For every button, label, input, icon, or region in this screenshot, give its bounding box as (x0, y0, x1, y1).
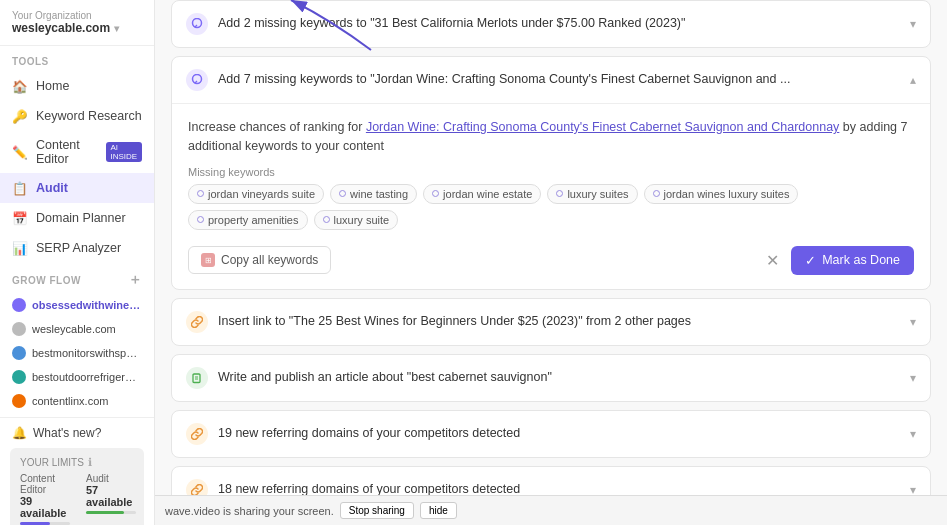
task-title-3: Write and publish an article about "best… (218, 369, 900, 387)
screen-share-text: wave.video is sharing your screen. (165, 505, 334, 517)
kw-dot (323, 216, 330, 223)
grow-flow-item-bestmonitors[interactable]: bestmonitorswithspeakers.com (12, 341, 142, 365)
limits-title-text: YOUR LIMITS (20, 457, 84, 468)
chevron-down-icon: ▾ (910, 17, 916, 31)
site-label: obsessedwithwine.com (32, 299, 142, 311)
grow-flow-item-obsessedwithwine[interactable]: obsessedwithwine.com (12, 293, 142, 317)
task-header-5[interactable]: 18 new referring domains of your competi… (172, 467, 930, 496)
tools-label: TOOLS (0, 46, 154, 71)
site-label: bestmonitorswithspeakers.com (32, 347, 142, 359)
copy-btn-label: Copy all keywords (221, 253, 318, 267)
chat-icon-2 (191, 74, 203, 86)
bell-icon: 🔔 (12, 426, 27, 440)
grow-flow-label: GROW FLOW (12, 275, 81, 286)
task-description: Increase chances of ranking for Jordan W… (188, 118, 914, 156)
limits-cols: Content Editor 39 available Audit 57 ava… (20, 473, 134, 525)
link-icon (191, 316, 203, 328)
limit-val-audit: 57 available (86, 484, 136, 508)
site-label: wesleycable.com (32, 323, 116, 335)
svg-point-3 (193, 75, 202, 84)
sidebar-item-domain-planner[interactable]: 📅 Domain Planner (0, 203, 154, 233)
sidebar-item-home[interactable]: 🏠 Home (0, 71, 154, 101)
task-title-5: 18 new referring domains of your competi… (218, 481, 900, 495)
grow-flow-item-bestoutdoor[interactable]: bestoutdoorrefrigerator.com (12, 365, 142, 389)
kw-text: jordan wine estate (443, 188, 532, 200)
limits-box: YOUR LIMITS ℹ Content Editor 39 availabl… (10, 448, 144, 525)
svg-rect-5 (193, 374, 200, 383)
task-icon-4 (186, 423, 208, 445)
task-header-0[interactable]: Add 2 missing keywords to "31 Best Calif… (172, 1, 930, 47)
site-dot (12, 322, 26, 336)
ai-badge: AI INSIDE (106, 142, 142, 162)
keyword-tag: jordan wines luxury suites (644, 184, 799, 204)
sidebar-item-serp-analyzer[interactable]: 📊 SERP Analyzer (0, 233, 154, 263)
sidebar-item-audit[interactable]: 📋 Audit (0, 173, 154, 203)
org-label: Your Organization (12, 10, 142, 21)
mark-done-button[interactable]: ✓ Mark as Done (791, 246, 914, 275)
info-icon: ℹ (88, 456, 92, 469)
sidebar-item-content-editor[interactable]: ✏️ Content Editor AI INSIDE (0, 131, 154, 173)
sidebar-item-label: Keyword Research (36, 109, 142, 123)
task-header-3[interactable]: Write and publish an article about "best… (172, 355, 930, 401)
task-header-2[interactable]: Insert link to "The 25 Best Wines for Be… (172, 299, 930, 345)
hide-button[interactable]: hide (420, 502, 457, 519)
task-expanded-1: Increase chances of ranking for Jordan W… (172, 103, 930, 289)
task-actions: ⊞ Copy all keywords ✕ ✓ Mark as Done (188, 242, 914, 275)
stop-sharing-button[interactable]: Stop sharing (340, 502, 414, 519)
task-header-1[interactable]: Add 7 missing keywords to "Jordan Wine: … (172, 57, 930, 103)
task-item-2: Insert link to "The 25 Best Wines for Be… (171, 298, 931, 346)
kw-tags: jordan vineyards suitewine tastingjordan… (188, 184, 914, 230)
grow-flow-item-contentlinx[interactable]: contentlinx.com (12, 389, 142, 413)
task-icon-3 (186, 367, 208, 389)
check-icon: ✓ (805, 253, 816, 268)
sidebar-item-label: Content Editor (36, 138, 96, 166)
grow-flow-item-wesleycable[interactable]: wesleycable.com (12, 317, 142, 341)
site-dot (12, 298, 26, 312)
limit-col-content: Content Editor 39 available (20, 473, 70, 525)
domain-icon: 📅 (12, 210, 28, 226)
kw-text: jordan wines luxury suites (664, 188, 790, 200)
copy-keywords-button[interactable]: ⊞ Copy all keywords (188, 246, 331, 274)
task-title-2: Insert link to "The 25 Best Wines for Be… (218, 313, 900, 331)
task-desc-link[interactable]: Jordan Wine: Crafting Sonoma County's Fi… (366, 120, 840, 134)
chevron-down-icon-4: ▾ (910, 427, 916, 441)
svg-point-1 (193, 19, 202, 28)
sidebar-item-label: Home (36, 79, 69, 93)
serp-icon: 📊 (12, 240, 28, 256)
task-icon-2 (186, 311, 208, 333)
grow-flow-section: GROW FLOW ＋ obsessedwithwine.com wesleyc… (0, 263, 154, 417)
keyword-tag: jordan wine estate (423, 184, 541, 204)
org-name-text: wesleycable.com (12, 21, 110, 35)
site-label: contentlinx.com (32, 395, 108, 407)
task-desc-prefix: Increase chances of ranking for (188, 120, 366, 134)
svg-line-2 (195, 25, 197, 27)
kw-dot (556, 190, 563, 197)
task-item-4: 19 new referring domains of your competi… (171, 410, 931, 458)
task-header-4[interactable]: 19 new referring domains of your competi… (172, 411, 930, 457)
close-button[interactable]: ✕ (762, 247, 783, 274)
chevron-down-icon-5: ▾ (910, 483, 916, 496)
task-icon-5 (186, 479, 208, 496)
kw-dot (339, 190, 346, 197)
limit-col-audit: Audit 57 available (86, 473, 136, 525)
chat-icon (191, 18, 203, 30)
add-icon[interactable]: ＋ (128, 271, 143, 289)
whats-new-button[interactable]: 🔔 What's new? (0, 418, 154, 448)
chevron-down-icon: ▾ (114, 23, 119, 34)
whats-new-label: What's new? (33, 426, 101, 440)
task-icon-1 (186, 69, 208, 91)
kw-dot (432, 190, 439, 197)
sidebar-item-keyword-research[interactable]: 🔑 Keyword Research (0, 101, 154, 131)
kw-text: luxury suites (567, 188, 628, 200)
limits-title: YOUR LIMITS ℹ (20, 456, 134, 469)
task-item-3: Write and publish an article about "best… (171, 354, 931, 402)
site-label: bestoutdoorrefrigerator.com (32, 371, 142, 383)
svg-line-4 (195, 81, 197, 83)
kw-dot (197, 190, 204, 197)
limit-bar-fill-audit (86, 511, 124, 514)
task-title-1: Add 7 missing keywords to "Jordan Wine: … (218, 71, 900, 89)
org-name[interactable]: wesleycable.com ▾ (12, 21, 142, 35)
kw-text: luxury suite (334, 214, 390, 226)
main-content: Add 2 missing keywords to "31 Best Calif… (155, 0, 947, 525)
link-icon-2 (191, 428, 203, 440)
